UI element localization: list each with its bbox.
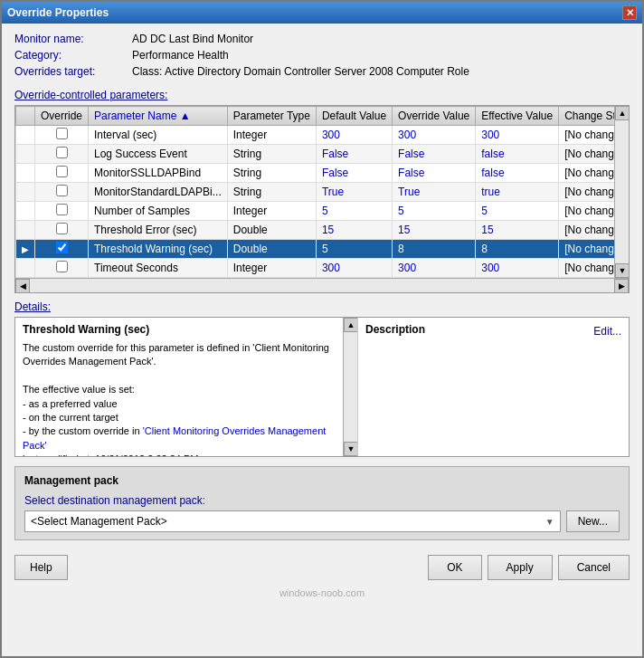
row-arrow (16, 259, 35, 278)
col-param-type: Parameter Type (227, 107, 316, 126)
col-change-status: Change Status (559, 107, 614, 126)
new-button[interactable]: New... (566, 510, 620, 532)
management-pack-section: Management pack Select destination manag… (14, 466, 630, 540)
management-pack-select[interactable]: <Select Management Pack> ▼ (24, 510, 561, 532)
table-row[interactable]: Log Success EventStringFalseFalsefalse[N… (16, 145, 615, 164)
details-text-3: - as a preferred value (23, 397, 336, 411)
parameters-table-container: Override Parameter Name ▲ Parameter Type… (14, 105, 630, 293)
hscroll-left-button[interactable]: ◀ (15, 279, 30, 293)
details-title: Threshold Warning (sec) (23, 323, 336, 336)
param-type: Double (227, 221, 316, 240)
row-override-checkbox[interactable] (56, 204, 68, 215)
details-scrollbar[interactable]: ▲ ▼ (343, 318, 357, 456)
table-row[interactable]: Threshold Error (sec)Double151515[No cha… (16, 221, 615, 240)
category-value: Performance Health (132, 49, 229, 62)
hscroll-right-button[interactable]: ▶ (614, 279, 629, 293)
row-arrow (16, 183, 35, 202)
table-hscrollbar[interactable]: ◀ ▶ (15, 278, 629, 292)
param-type: String (227, 164, 316, 183)
param-name: Threshold Error (sec) (89, 221, 228, 240)
row-override-checkbox[interactable] (56, 261, 68, 272)
scroll-track (615, 120, 629, 263)
details-link: 'Client Monitoring Overrides Management … (23, 425, 326, 450)
dialog: Override Properties ✕ Monitor name: AD D… (0, 0, 644, 658)
dialog-title: Override Properties (7, 6, 109, 19)
table-row[interactable]: Interval (sec)Integer300300300[No change… (16, 126, 615, 145)
table-row[interactable]: MonitorSSLLDAPBindStringFalseFalsefalse[… (16, 164, 615, 183)
row-arrow (16, 126, 35, 145)
select-row: <Select Management Pack> ▼ New... (24, 510, 620, 532)
default-value: 300 (316, 259, 392, 278)
table-row[interactable]: ▶Threshold Warning (sec)Double588[No cha… (16, 240, 615, 259)
table-row[interactable]: MonitorStandardLDAPBi...StringTrueTruetr… (16, 183, 615, 202)
param-name: Log Success Event (89, 145, 228, 164)
select-placeholder: <Select Management Pack> (31, 515, 167, 528)
change-status: [No change] (559, 259, 614, 278)
row-override-checkbox[interactable] (56, 147, 68, 158)
parameters-table: Override Parameter Name ▲ Parameter Type… (15, 106, 614, 278)
details-left-panel: Threshold Warning (sec) The custom overr… (15, 318, 343, 456)
title-bar: Override Properties ✕ (2, 2, 642, 24)
row-override-checkbox[interactable] (56, 128, 68, 139)
row-arrow: ▶ (16, 240, 35, 259)
effective-value: false (476, 145, 559, 164)
row-checkbox-cell (35, 164, 89, 183)
details-right-panel: Description Edit... (357, 318, 629, 456)
table-row[interactable]: Number of SamplesInteger555[No change] (16, 202, 615, 221)
param-type: String (227, 145, 316, 164)
effective-value: false (476, 164, 559, 183)
param-name: Timeout Seconds (89, 259, 228, 278)
row-arrow (16, 145, 35, 164)
effective-value: 300 (476, 259, 559, 278)
select-arrow-icon: ▼ (545, 517, 554, 527)
param-type: Double (227, 240, 316, 259)
table-vscrollbar[interactable]: ▲ ▼ (614, 106, 629, 278)
change-status: [No change] (559, 164, 614, 183)
row-override-checkbox[interactable] (56, 185, 68, 196)
details-scroll-track (344, 332, 357, 442)
param-name: MonitorStandardLDAPBi... (89, 183, 228, 202)
help-button[interactable]: Help (14, 555, 68, 580)
override-value: 15 (393, 221, 476, 240)
apply-button[interactable]: Apply (488, 555, 553, 580)
management-pack-title: Management pack (24, 474, 620, 487)
watermark: windows-noob.com (14, 587, 630, 598)
change-status: [No change] (559, 221, 614, 240)
row-override-checkbox[interactable] (56, 166, 68, 177)
details-scroll-down[interactable]: ▼ (344, 442, 358, 456)
default-value: 5 (316, 240, 392, 259)
override-value: 5 (393, 202, 476, 221)
details-label: Details: (14, 300, 630, 313)
ok-button[interactable]: OK (428, 555, 481, 580)
cancel-button[interactable]: Cancel (558, 555, 630, 580)
row-checkbox-cell (35, 145, 89, 164)
default-value: 15 (316, 221, 392, 240)
select-label: Select destination management pack: (24, 494, 620, 507)
monitor-name-label: Monitor name: (14, 33, 132, 45)
table-row[interactable]: Timeout SecondsInteger300300300[No chang… (16, 259, 615, 278)
row-override-checkbox[interactable] (56, 242, 68, 253)
default-value: 5 (316, 202, 392, 221)
details-box: Threshold Warning (sec) The custom overr… (14, 317, 630, 457)
row-arrow (16, 221, 35, 240)
override-value: False (393, 145, 476, 164)
close-button[interactable]: ✕ (622, 5, 637, 20)
overrides-target-row: Overrides target: Class: Active Director… (14, 65, 630, 78)
overrides-target-label: Overrides target: (14, 65, 132, 78)
bottom-buttons: Help OK Apply Cancel (14, 551, 630, 584)
param-name: MonitorSSLLDAPBind (89, 164, 228, 183)
category-row: Category: Performance Health (14, 49, 630, 62)
col-override-check: Override (35, 107, 89, 126)
param-name: Threshold Warning (sec) (89, 240, 228, 259)
col-arrow (16, 107, 35, 126)
row-override-checkbox[interactable] (56, 223, 68, 234)
scroll-down-button[interactable]: ▼ (615, 263, 630, 278)
scroll-up-button[interactable]: ▲ (615, 106, 630, 120)
edit-link[interactable]: Edit... (593, 325, 621, 338)
monitor-name-row: Monitor name: AD DC Last Bind Monitor (14, 33, 630, 45)
dialog-body: Monitor name: AD DC Last Bind Monitor Ca… (2, 24, 642, 656)
row-arrow (16, 202, 35, 221)
details-scroll-up[interactable]: ▲ (344, 318, 358, 332)
param-type: Integer (227, 202, 316, 221)
override-value: False (393, 164, 476, 183)
